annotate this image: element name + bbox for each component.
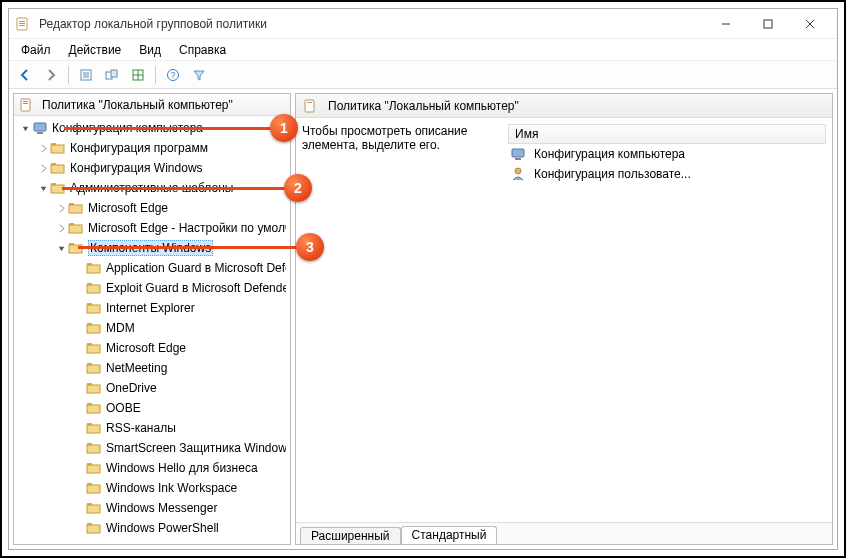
svg-rect-1: [19, 21, 25, 22]
annotation-line: [62, 187, 287, 190]
toolbar-btn-3[interactable]: [126, 64, 150, 86]
minimize-button[interactable]: [705, 10, 747, 38]
folder-icon: [86, 480, 102, 496]
tree-item[interactable]: OOBE: [14, 398, 290, 418]
tree-item-label: NetMeeting: [106, 361, 167, 375]
tree-body[interactable]: Конфигурация компьютера Конфигурация про…: [14, 116, 290, 544]
tree-item[interactable]: Конфигурация Windows: [70, 161, 203, 175]
tree-item[interactable]: NetMeeting: [14, 358, 290, 378]
svg-rect-5: [764, 20, 772, 28]
chevron-right-icon[interactable]: [36, 161, 50, 175]
svg-point-66: [515, 168, 521, 174]
menu-view[interactable]: Вид: [131, 41, 169, 59]
folder-icon: [86, 520, 102, 536]
app-icon: [15, 16, 31, 32]
chevron-right-icon[interactable]: [54, 201, 68, 215]
svg-rect-63: [307, 102, 312, 103]
column-header-name[interactable]: Имя: [508, 124, 826, 144]
folder-icon: [86, 360, 102, 376]
chevron-right-icon[interactable]: [54, 221, 68, 235]
content-tabs: Расширенный Стандартный: [296, 522, 832, 544]
svg-rect-18: [23, 101, 28, 102]
svg-rect-55: [87, 465, 100, 473]
svg-rect-62: [305, 100, 314, 112]
svg-rect-37: [87, 285, 100, 293]
policy-icon: [18, 97, 34, 113]
annotation-bubble-2: 2: [284, 174, 312, 202]
tree-item-label: Internet Explorer: [106, 301, 195, 315]
chevron-down-icon[interactable]: [54, 241, 68, 255]
svg-rect-65: [515, 158, 521, 160]
folder-icon: [86, 500, 102, 516]
tree-header: Политика "Локальный компьютер": [14, 94, 290, 116]
tree-item-label: RSS-каналы: [106, 421, 176, 435]
annotation-line: [78, 246, 300, 249]
tree-item[interactable]: Exploit Guard в Microsoft Defender: [14, 278, 290, 298]
tab-standard[interactable]: Стандартный: [401, 526, 498, 545]
tree-item[interactable]: Microsoft Edge: [14, 338, 290, 358]
user-icon: [510, 166, 526, 182]
svg-rect-45: [87, 365, 100, 373]
svg-rect-53: [87, 445, 100, 453]
menubar: Файл Действие Вид Справка: [9, 39, 837, 61]
tree-item-label: Windows Ink Workspace: [106, 481, 237, 495]
tree-item-label: Exploit Guard в Microsoft Defender: [106, 281, 286, 295]
menu-action[interactable]: Действие: [61, 41, 130, 59]
folder-icon: [50, 140, 66, 156]
menu-file[interactable]: Файл: [13, 41, 59, 59]
titlebar: Редактор локальной групповой политики: [9, 9, 837, 39]
tree-item[interactable]: Windows Messenger: [14, 498, 290, 518]
chevron-down-icon[interactable]: [18, 121, 32, 135]
tree-item[interactable]: Application Guard в Microsoft Defender: [14, 258, 290, 278]
maximize-button[interactable]: [747, 10, 789, 38]
chevron-down-icon[interactable]: [36, 181, 50, 195]
annotation-bubble-1: 1: [270, 114, 298, 142]
folder-icon: [86, 280, 102, 296]
annotation-bubble-3: 3: [296, 233, 324, 261]
chevron-right-icon[interactable]: [36, 141, 50, 155]
list-item[interactable]: Конфигурация пользовате...: [508, 164, 826, 184]
folder-icon: [68, 200, 84, 216]
tree-item[interactable]: MDM: [14, 318, 290, 338]
tree-item[interactable]: Microsoft Edge: [88, 201, 168, 215]
svg-rect-47: [87, 385, 100, 393]
tree-item[interactable]: Windows Ink Workspace: [14, 478, 290, 498]
body: Политика "Локальный компьютер" Конфигура…: [9, 89, 837, 549]
svg-rect-31: [69, 225, 82, 233]
tree-item[interactable]: Internet Explorer: [14, 298, 290, 318]
menu-help[interactable]: Справка: [171, 41, 234, 59]
close-button[interactable]: [789, 10, 831, 38]
tree-item[interactable]: SmartScreen Защитника Windows: [14, 438, 290, 458]
svg-text:?: ?: [170, 70, 175, 80]
tree-item-label: OneDrive: [106, 381, 157, 395]
help-button[interactable]: ?: [161, 64, 185, 86]
content-header: Политика "Локальный компьютер": [296, 94, 832, 118]
toolbar-btn-1[interactable]: [74, 64, 98, 86]
description-text: Чтобы просмотреть описание элемента, выд…: [302, 124, 467, 152]
svg-rect-41: [87, 325, 100, 333]
tree-item[interactable]: Windows PowerShell: [14, 518, 290, 538]
tree-item-label: OOBE: [106, 401, 141, 415]
tree-item[interactable]: Microsoft Edge - Настройки по умолчанию: [88, 221, 286, 235]
toolbar: ?: [9, 61, 837, 89]
tree-item-label: Windows Hello для бизнеса: [106, 461, 258, 475]
list-pane: Имя Конфигурация компьютера Конфигурация…: [508, 124, 826, 516]
folder-icon: [86, 380, 102, 396]
tab-extended[interactable]: Расширенный: [300, 527, 401, 545]
tree-item[interactable]: OneDrive: [14, 378, 290, 398]
tree-item-label: Microsoft Edge: [106, 341, 186, 355]
tree-item[interactable]: RSS-каналы: [14, 418, 290, 438]
filter-button[interactable]: [187, 64, 211, 86]
policy-icon: [302, 98, 318, 114]
tree-item[interactable]: Windows Hello для бизнеса: [14, 458, 290, 478]
list-item[interactable]: Конфигурация компьютера: [508, 144, 826, 164]
svg-rect-17: [21, 99, 30, 111]
back-button[interactable]: [13, 64, 37, 86]
folder-icon: [86, 440, 102, 456]
toolbar-btn-2[interactable]: [100, 64, 124, 86]
svg-rect-51: [87, 425, 100, 433]
tree-item[interactable]: Конфигурация программ: [70, 141, 208, 155]
content-heading: Политика "Локальный компьютер": [328, 99, 519, 113]
svg-rect-13: [111, 70, 117, 77]
forward-button[interactable]: [39, 64, 63, 86]
